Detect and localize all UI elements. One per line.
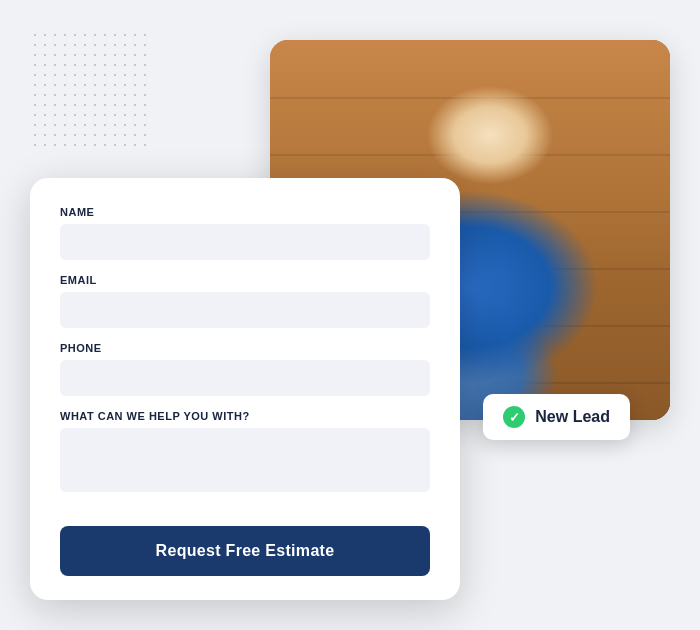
name-label: NAME	[60, 206, 430, 218]
email-input[interactable]	[60, 292, 430, 328]
help-label: WHAT CAN WE HELP YOU WITH?	[60, 410, 430, 422]
badge-label: New Lead	[535, 408, 610, 426]
check-circle-icon	[503, 406, 525, 428]
email-label: EMAIL	[60, 274, 430, 286]
name-input[interactable]	[60, 224, 430, 260]
lead-form-card: NAME EMAIL PHONE WHAT CAN WE HELP YOU WI…	[30, 178, 460, 600]
name-field-group: NAME	[60, 206, 430, 260]
new-lead-badge: New Lead	[483, 394, 630, 440]
phone-input[interactable]	[60, 360, 430, 396]
phone-field-group: PHONE	[60, 342, 430, 396]
main-scene: NAME EMAIL PHONE WHAT CAN WE HELP YOU WI…	[30, 30, 670, 600]
email-field-group: EMAIL	[60, 274, 430, 328]
submit-button[interactable]: Request Free Estimate	[60, 526, 430, 576]
help-field-group: WHAT CAN WE HELP YOU WITH?	[60, 410, 430, 496]
dot-pattern-decoration	[30, 30, 150, 150]
phone-label: PHONE	[60, 342, 430, 354]
help-textarea[interactable]	[60, 428, 430, 492]
